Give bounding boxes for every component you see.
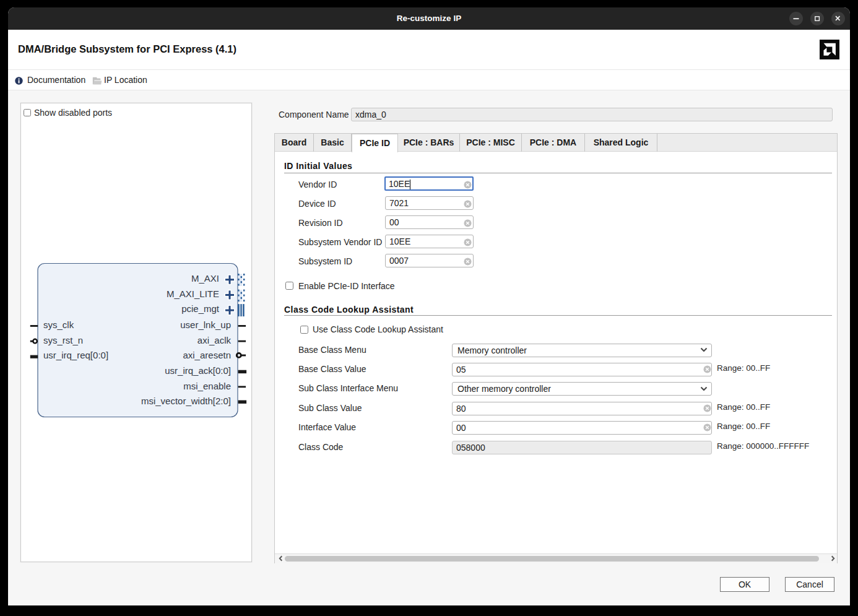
svg-text:usr_irq_req[0:0]: usr_irq_req[0:0] <box>43 350 108 360</box>
svg-text:usr_irq_ack[0:0]: usr_irq_ack[0:0] <box>165 365 231 376</box>
svg-text:msi_enable: msi_enable <box>183 381 231 391</box>
svg-text:user_lnk_up: user_lnk_up <box>180 319 231 330</box>
svg-text:msi_vector_width[2:0]: msi_vector_width[2:0] <box>141 396 231 406</box>
svg-text:sys_rst_n: sys_rst_n <box>43 335 83 345</box>
svg-text:M_AXI_LITE: M_AXI_LITE <box>167 288 219 299</box>
svg-text:axi_aclk: axi_aclk <box>197 335 232 345</box>
svg-text:axi_aresetn: axi_aresetn <box>183 350 231 360</box>
svg-text:pcie_mgt: pcie_mgt <box>181 303 220 314</box>
svg-text:sys_clk: sys_clk <box>43 319 74 330</box>
svg-text:M_AXI: M_AXI <box>191 273 219 284</box>
